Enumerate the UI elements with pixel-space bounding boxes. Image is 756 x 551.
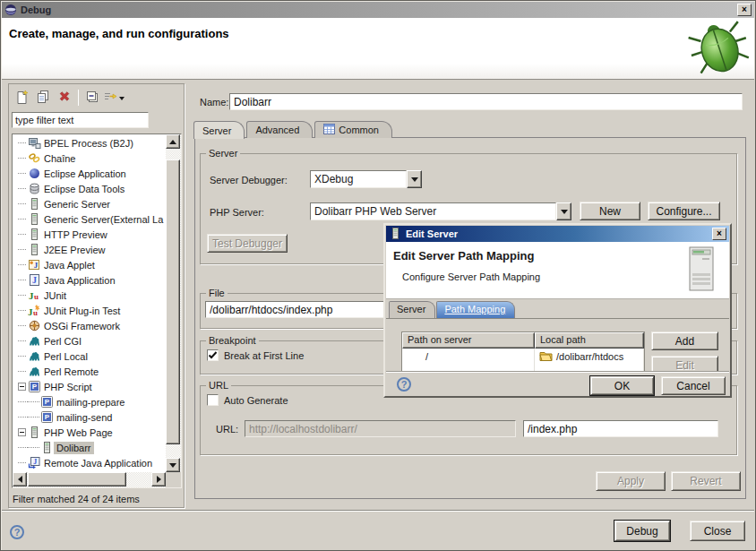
url-path-input[interactable] [523,420,718,437]
tree-item-remote-java-application[interactable]: JRemote Java Application [13,455,166,470]
dropdown-arrow-icon[interactable] [407,170,422,188]
tree-item-label: Perl CGI [41,335,84,348]
edit-server-titlebar[interactable]: Edit Server × [386,226,729,242]
tree-item-perl-local[interactable]: Perl Local [13,349,166,364]
server-debugger-select[interactable]: XDebug [310,170,422,188]
apply-button[interactable]: Apply [596,471,666,491]
add-mapping-button[interactable]: Add [651,331,718,350]
scroll-right-button[interactable] [151,472,166,486]
tree-item-osgi-framework[interactable]: OSGi Framework [13,318,166,333]
tree-item-perl-cgi[interactable]: Perl CGI [13,333,166,349]
chain-icon [27,151,41,165]
tree-item-mailing-prepare[interactable]: Pmailing-prepare [13,394,166,409]
cancel-button[interactable]: Cancel [661,376,726,395]
debug-configurations-window: Debug × Create, manage, and run configur… [0,0,756,551]
tree-item-label: Perl Remote [41,366,101,378]
remotejava-icon: J [27,456,41,469]
ok-button[interactable]: OK [590,376,654,395]
test-debugger-button[interactable]: Test Debugger [207,234,288,253]
checkbox-checked-icon[interactable] [207,349,219,361]
tree-item-label: J2EE Preview [41,244,107,256]
tree-guide [16,447,27,448]
tree-item-cha-ne[interactable]: Chaîne [13,151,166,166]
window-titlebar[interactable]: Debug × [2,2,754,18]
dropdown-caret-icon [119,97,125,103]
dialog-heading: Edit Server Path Mapping [393,249,534,263]
filter-status-text: Filter matched 24 of 24 items [13,494,140,504]
revert-button[interactable]: Revert [671,471,741,491]
scroll-down-button[interactable] [166,458,180,472]
configure-server-button[interactable]: Configure... [648,202,720,220]
filter-configs-button[interactable] [103,88,125,108]
filter-input[interactable] [12,112,149,128]
php-server-select[interactable]: Dolibarr PHP Web Server [310,202,571,220]
tree-item-php-web-page[interactable]: PHP Web Page [13,425,166,440]
dialog-tab-server[interactable]: Server [389,301,435,318]
tree-guide [16,188,27,189]
tree-item-http-preview[interactable]: HTTP Preview [13,227,166,242]
tree-item-label: Java Application [41,274,118,287]
tree-item-php-script[interactable]: PPHP Script [13,379,166,394]
tree-item-java-application[interactable]: JJava Application [13,272,166,288]
dropdown-arrow-icon[interactable] [556,202,571,220]
arrow-down-icon [169,463,176,471]
svg-text:P: P [31,383,37,391]
name-input[interactable] [229,93,743,110]
php-icon: P [39,410,54,424]
scroll-up-button[interactable] [166,134,180,149]
tree-item-java-applet[interactable]: JJava Applet [13,257,166,272]
tab-server[interactable]: Server [193,121,245,139]
tab-advanced[interactable]: Advanced [246,121,313,138]
tab-common[interactable]: Common [314,121,392,138]
tree-horizontal-scrollbar[interactable] [13,472,166,487]
server-group-legend: Server [206,148,240,159]
delete-config-button[interactable] [54,88,75,108]
close-button[interactable]: Close [690,521,745,541]
path-mapping-row[interactable]: //dolibarr/htdocs [402,349,644,365]
tree-item-label: Chaîne [41,152,78,165]
tree-item-bpel-process-b2j[interactable]: BPEL Process (B2J) [13,135,166,151]
applet-icon: J [27,258,41,271]
horizontal-scroll-thumb[interactable] [28,472,126,486]
debug-button[interactable]: Debug [614,521,670,541]
edit-server-header: Edit Server Path Mapping Configure Serve… [386,242,729,299]
tree-item-eclipse-application[interactable]: Eclipse Application [13,166,166,181]
dialog-tab-path-mapping[interactable]: Path Mapping [436,301,515,318]
scroll-left-button[interactable] [13,472,27,486]
checkbox-unchecked-icon[interactable] [207,394,219,406]
column-header-path-on-server[interactable]: Path on server [402,332,535,349]
new-server-button[interactable]: New [580,202,640,220]
tree-guide [16,203,27,204]
new-launch-config-button[interactable] [11,88,32,108]
window-close-button[interactable]: × [737,4,752,16]
edit-server-close-button[interactable]: × [712,228,726,240]
tree-item-perl-remote[interactable]: Perl Remote [13,364,166,379]
auto-generate-checkbox[interactable]: Auto Generate [207,394,288,406]
tree-item-junit-plug-in-test[interactable]: JuJUnit Plug-in Test [13,303,166,318]
tree-item-label: mailing-send [54,411,115,424]
local-path-text: /dolibarr/htdocs [556,351,623,362]
column-header-local-path[interactable]: Local path [535,332,644,349]
help-button[interactable]: ? [10,525,24,539]
url-group-legend: URL [206,380,231,391]
tree-item-eclipse-data-tools[interactable]: Eclipse Data Tools [13,181,166,196]
break-first-line-checkbox[interactable]: Break at First Line [207,349,304,361]
collapse-expander-icon[interactable] [16,383,27,391]
tree-item-junit[interactable]: JuJUnit [13,288,166,303]
edit-mapping-button[interactable]: Edit [651,356,718,371]
tree-item-generic-server[interactable]: Generic Server [13,196,166,211]
tree-item-j2ee-preview[interactable]: J2EE Preview [13,242,166,257]
dialog-help-button[interactable]: ? [397,377,411,392]
tree-item-dolibarr[interactable]: Dolibarr [13,440,166,455]
name-label: Name: [200,97,228,108]
empty-table-row [402,365,644,371]
vertical-scroll-thumb[interactable] [166,159,180,444]
collapse-all-button[interactable] [82,88,103,108]
collapse-expander-icon[interactable] [16,428,27,436]
table-header-row: Path on serverLocal path [402,332,644,349]
tree-vertical-scrollbar[interactable] [166,134,181,472]
php-server-value: Dolibarr PHP Web Server [310,202,556,220]
tree-item-mailing-send[interactable]: Pmailing-send [13,409,166,425]
tree-item-generic-server-external-la[interactable]: Generic Server(External La [13,211,166,227]
duplicate-config-button[interactable] [32,88,54,108]
